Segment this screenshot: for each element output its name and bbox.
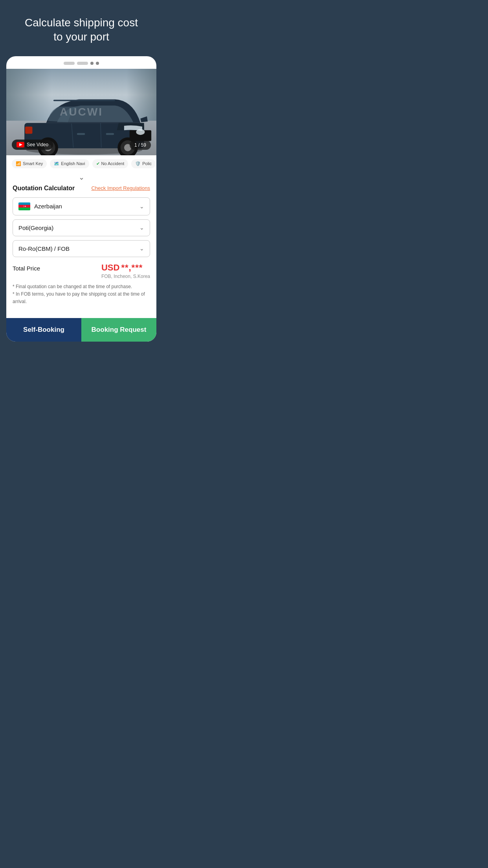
feature-english-navi: 🗺️ English Navi <box>50 159 89 168</box>
image-counter: 1 / 59 <box>130 140 151 150</box>
dot-1 <box>64 62 75 65</box>
page-title: Calculate shipping cost to your port <box>6 16 156 44</box>
total-price-row: Total Price USD **,*** FOB, Incheon, S.K… <box>13 263 150 279</box>
features-strip: 📶 Smart Key 🗺️ English Navi ✔ No Acciden… <box>6 155 156 172</box>
total-price-label: Total Price <box>13 263 40 272</box>
youtube-icon <box>17 142 24 147</box>
svg-rect-7 <box>77 133 85 135</box>
port-dropdown[interactable]: Poti(Georgia) ⌄ <box>13 219 150 236</box>
quotation-section: Quotation Calculator Check Import Regula… <box>6 185 156 318</box>
price-sub: FOB, Incheon, S.Korea <box>101 274 150 279</box>
svg-rect-15 <box>53 99 115 101</box>
bottom-buttons: Self-Booking Booking Request <box>6 318 156 342</box>
booking-request-button[interactable]: Booking Request <box>81 318 156 342</box>
svg-point-3 <box>136 129 145 135</box>
expand-chevron[interactable]: ⌄ <box>6 172 156 185</box>
dot-3 <box>90 62 94 65</box>
disclaimer: * Final quotation can be changed at the … <box>13 283 150 306</box>
check-import-link[interactable]: Check Import Regulations <box>91 185 150 191</box>
dot-4 <box>96 62 99 65</box>
quotation-title: Quotation Calculator <box>13 185 75 192</box>
port-chevron-icon: ⌄ <box>139 224 144 231</box>
price-amount: **,*** <box>121 263 143 273</box>
pagination-dots <box>6 56 156 69</box>
main-card: AUCWI See Video 1 / 59 📶 Smart Key 🗺️ En… <box>6 56 156 342</box>
azerbaijan-flag: ☽✦ <box>18 202 30 210</box>
shipping-chevron-icon: ⌄ <box>139 245 144 252</box>
feature-smart-key: 📶 Smart Key <box>12 159 47 168</box>
svg-rect-4 <box>25 127 32 134</box>
see-video-label: See Video <box>27 142 48 147</box>
quotation-header: Quotation Calculator Check Import Regula… <box>13 185 150 192</box>
car-image-container: AUCWI See Video 1 / 59 <box>6 69 156 155</box>
feature-no-accident: ✔ No Accident <box>92 159 128 168</box>
price-currency: USD <box>101 263 119 273</box>
feature-polic: 🛡️ Polic <box>131 159 156 168</box>
see-video-button[interactable]: See Video <box>12 140 53 150</box>
price-display: USD **,*** FOB, Incheon, S.Korea <box>101 263 150 279</box>
svg-rect-8 <box>106 133 114 135</box>
country-value: Azerbaijan <box>34 203 62 210</box>
shipping-value: Ro-Ro(CBM) / FOB <box>18 245 70 252</box>
port-value: Poti(Georgia) <box>18 224 53 231</box>
dot-2 <box>77 62 88 65</box>
shipping-dropdown[interactable]: Ro-Ro(CBM) / FOB ⌄ <box>13 240 150 257</box>
country-chevron-icon: ⌄ <box>139 203 144 210</box>
chevron-down-icon: ⌄ <box>79 174 84 181</box>
self-booking-button[interactable]: Self-Booking <box>6 318 81 342</box>
country-dropdown[interactable]: ☽✦ Azerbaijan ⌄ <box>13 197 150 215</box>
